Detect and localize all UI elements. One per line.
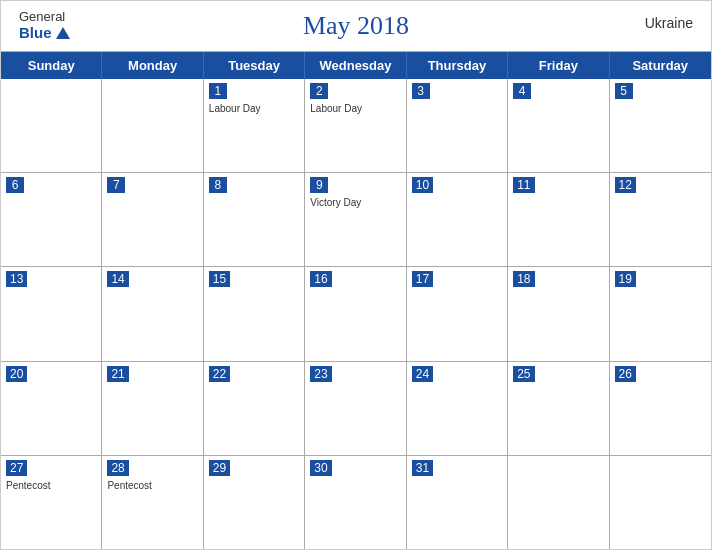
day-number: 27	[6, 460, 27, 476]
day-header-tuesday: Tuesday	[204, 52, 305, 79]
day-cell: 9Victory Day	[305, 173, 406, 266]
day-cell: 21	[102, 362, 203, 455]
holiday-label: Labour Day	[209, 103, 299, 114]
day-number: 30	[310, 460, 331, 476]
day-header-sunday: Sunday	[1, 52, 102, 79]
holiday-label: Pentecost	[107, 480, 197, 491]
day-number: 7	[107, 177, 125, 193]
day-number: 22	[209, 366, 230, 382]
holiday-label: Victory Day	[310, 197, 400, 208]
day-number: 14	[107, 271, 128, 287]
weeks-container: 1Labour Day2Labour Day3456789Victory Day…	[1, 79, 711, 549]
day-number: 17	[412, 271, 433, 287]
day-header-monday: Monday	[102, 52, 203, 79]
day-cell: 29	[204, 456, 305, 549]
day-number: 21	[107, 366, 128, 382]
day-cell: 24	[407, 362, 508, 455]
day-cell	[102, 79, 203, 172]
day-cell: 31	[407, 456, 508, 549]
day-cell: 5	[610, 79, 711, 172]
day-cell: 18	[508, 267, 609, 360]
day-cell: 1Labour Day	[204, 79, 305, 172]
day-cell: 2Labour Day	[305, 79, 406, 172]
day-cell: 4	[508, 79, 609, 172]
week-row-5: 27Pentecost28Pentecost293031	[1, 456, 711, 549]
day-cell: 30	[305, 456, 406, 549]
day-header-friday: Friday	[508, 52, 609, 79]
day-number: 29	[209, 460, 230, 476]
day-cell: 17	[407, 267, 508, 360]
day-number: 16	[310, 271, 331, 287]
day-cell: 10	[407, 173, 508, 266]
day-cell: 28Pentecost	[102, 456, 203, 549]
day-cell	[1, 79, 102, 172]
day-cell: 20	[1, 362, 102, 455]
calendar-grid: SundayMondayTuesdayWednesdayThursdayFrid…	[1, 51, 711, 549]
holiday-label: Labour Day	[310, 103, 400, 114]
logo-general-text: General	[19, 9, 65, 24]
day-cell: 16	[305, 267, 406, 360]
day-cell	[610, 456, 711, 549]
day-number: 2	[310, 83, 328, 99]
day-number: 13	[6, 271, 27, 287]
country-label: Ukraine	[645, 15, 693, 31]
day-headers-row: SundayMondayTuesdayWednesdayThursdayFrid…	[1, 52, 711, 79]
calendar-header: General Blue May 2018 Ukraine	[1, 1, 711, 51]
day-number: 19	[615, 271, 636, 287]
logo: General Blue	[19, 9, 70, 41]
day-header-saturday: Saturday	[610, 52, 711, 79]
day-cell: 13	[1, 267, 102, 360]
day-cell	[508, 456, 609, 549]
day-cell: 7	[102, 173, 203, 266]
day-cell: 14	[102, 267, 203, 360]
day-number: 25	[513, 366, 534, 382]
day-cell: 15	[204, 267, 305, 360]
day-number: 26	[615, 366, 636, 382]
day-number: 12	[615, 177, 636, 193]
week-row-2: 6789Victory Day101112	[1, 173, 711, 267]
day-number: 6	[6, 177, 24, 193]
logo-triangle-icon	[56, 27, 70, 39]
day-cell: 19	[610, 267, 711, 360]
day-cell: 8	[204, 173, 305, 266]
day-number: 15	[209, 271, 230, 287]
day-header-wednesday: Wednesday	[305, 52, 406, 79]
day-cell: 27Pentecost	[1, 456, 102, 549]
day-number: 1	[209, 83, 227, 99]
day-number: 31	[412, 460, 433, 476]
day-cell: 3	[407, 79, 508, 172]
calendar-title: May 2018	[303, 11, 409, 41]
day-number: 11	[513, 177, 534, 193]
day-number: 3	[412, 83, 430, 99]
day-cell: 12	[610, 173, 711, 266]
day-cell: 26	[610, 362, 711, 455]
calendar-container: General Blue May 2018 Ukraine SundayMond…	[0, 0, 712, 550]
day-number: 18	[513, 271, 534, 287]
day-number: 23	[310, 366, 331, 382]
day-number: 8	[209, 177, 227, 193]
logo-blue-text: Blue	[19, 24, 70, 41]
week-row-4: 20212223242526	[1, 362, 711, 456]
day-cell: 11	[508, 173, 609, 266]
week-row-1: 1Labour Day2Labour Day345	[1, 79, 711, 173]
day-number: 28	[107, 460, 128, 476]
day-number: 24	[412, 366, 433, 382]
day-cell: 22	[204, 362, 305, 455]
day-number: 5	[615, 83, 633, 99]
day-number: 9	[310, 177, 328, 193]
day-number: 10	[412, 177, 433, 193]
day-cell: 25	[508, 362, 609, 455]
day-cell: 23	[305, 362, 406, 455]
day-cell: 6	[1, 173, 102, 266]
day-number: 20	[6, 366, 27, 382]
week-row-3: 13141516171819	[1, 267, 711, 361]
day-header-thursday: Thursday	[407, 52, 508, 79]
holiday-label: Pentecost	[6, 480, 96, 491]
day-number: 4	[513, 83, 531, 99]
